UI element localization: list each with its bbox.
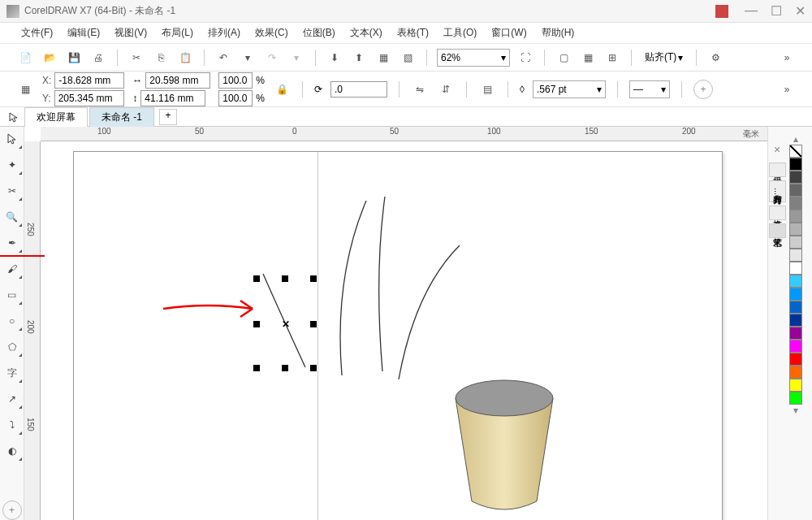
no-color-swatch[interactable] <box>789 145 802 158</box>
freehand-tool[interactable]: ✒ <box>3 234 21 252</box>
dimension-tool[interactable]: ↗ <box>3 390 21 408</box>
minimize-button[interactable]: — <box>745 3 758 19</box>
color-swatch[interactable] <box>789 366 802 379</box>
color-swatch[interactable] <box>789 171 802 184</box>
line-style-select[interactable]: — ▾ <box>629 80 670 98</box>
show-guides-button[interactable]: ⊞ <box>603 49 621 67</box>
color-swatch[interactable] <box>789 353 802 366</box>
export-button[interactable]: ⬆ <box>350 49 368 67</box>
horizontal-ruler[interactable]: 100 50 0 50 100 150 200 毫米 <box>41 127 767 141</box>
rectangle-tool[interactable]: ▭ <box>3 286 21 304</box>
tab-doc1[interactable]: 未命名 -1 <box>89 107 154 127</box>
menu-bitmaps[interactable]: 位图(B) <box>298 24 340 41</box>
menu-edit[interactable]: 编辑(E) <box>63 24 105 41</box>
color-swatch[interactable] <box>789 288 802 301</box>
add-preset-button[interactable]: + <box>693 80 713 99</box>
tab-welcome[interactable]: 欢迎屏幕 <box>24 107 88 127</box>
lock-ratio-button[interactable]: 🔒 <box>273 80 291 98</box>
selection-handle[interactable] <box>282 275 288 282</box>
show-grid-button[interactable]: ▦ <box>579 49 597 67</box>
palette-down-icon[interactable]: ▾ <box>793 405 798 416</box>
fullscreen-button[interactable]: ⛶ <box>516 49 534 67</box>
menu-text[interactable]: 文本(X) <box>345 24 387 41</box>
paste-button[interactable]: 📋 <box>176 49 194 67</box>
color-swatch[interactable] <box>789 379 802 392</box>
publish-button[interactable]: ▦ <box>374 49 392 67</box>
crop-tool[interactable]: ✂ <box>3 182 21 200</box>
scale-y-input[interactable] <box>218 90 253 106</box>
color-swatch[interactable] <box>789 197 802 210</box>
height-input[interactable] <box>140 90 205 106</box>
selection-handle[interactable] <box>310 275 317 282</box>
interactive-tool[interactable]: ◐ <box>3 442 21 460</box>
menu-effects[interactable]: 效果(C) <box>250 24 293 41</box>
selection-handle[interactable] <box>282 365 288 371</box>
redo-drop-icon[interactable]: ▾ <box>287 49 305 67</box>
selection-handle[interactable] <box>310 321 317 327</box>
menu-tools[interactable]: 工具(O) <box>438 24 482 41</box>
drawing-page[interactable]: ✕ <box>73 151 723 520</box>
outline-width-select[interactable]: .567 pt ▾ <box>533 80 606 98</box>
curve-object[interactable] <box>391 241 472 388</box>
docker-transform[interactable]: 变换 <box>769 206 786 220</box>
menu-layout[interactable]: 布局(L) <box>157 24 198 41</box>
color-swatch[interactable] <box>789 301 802 314</box>
scale-x-input[interactable] <box>218 72 253 89</box>
object-origin-icon[interactable]: ▦ <box>16 80 34 98</box>
undo-button[interactable]: ↶ <box>214 49 232 67</box>
menu-table[interactable]: 表格(T) <box>392 24 434 41</box>
selection-center-icon[interactable]: ✕ <box>282 318 290 327</box>
mirror-h-button[interactable]: ⇋ <box>411 80 429 98</box>
toolbar-overflow-icon[interactable]: » <box>778 49 796 67</box>
maximize-button[interactable]: ☐ <box>771 3 782 19</box>
ellipse-tool[interactable]: ○ <box>3 312 21 330</box>
selection-handle[interactable] <box>253 321 260 327</box>
menu-view[interactable]: 视图(V) <box>110 24 152 41</box>
menu-window[interactable]: 窗口(W) <box>486 24 531 41</box>
y-position-input[interactable] <box>54 90 124 106</box>
color-swatch[interactable] <box>789 340 802 353</box>
color-swatch[interactable] <box>789 249 802 262</box>
save-button[interactable]: 💾 <box>65 49 83 67</box>
color-swatch[interactable] <box>789 158 802 171</box>
vertical-ruler[interactable]: 250 200 150 <box>24 141 41 520</box>
menu-file[interactable]: 文件(F) <box>16 24 58 41</box>
artistic-media-tool[interactable]: 🖌 <box>3 260 21 278</box>
color-swatch[interactable] <box>789 210 802 223</box>
close-button[interactable]: ✕ <box>795 3 806 19</box>
open-button[interactable]: 📂 <box>41 49 58 67</box>
color-swatch[interactable] <box>789 275 802 288</box>
show-rulers-button[interactable]: ▢ <box>555 49 572 67</box>
color-swatch[interactable] <box>789 327 802 340</box>
menu-arrange[interactable]: 排列(A) <box>203 24 245 41</box>
palette-up-icon[interactable]: ▴ <box>793 133 798 145</box>
color-swatch[interactable] <box>789 236 802 249</box>
selection-handle[interactable] <box>310 365 317 371</box>
tab-new-button[interactable]: + <box>159 109 177 125</box>
width-input[interactable] <box>145 72 210 89</box>
docker-artistic[interactable]: 艺术笔 <box>769 223 786 238</box>
selection-handle[interactable] <box>253 275 260 282</box>
docker-close-button[interactable]: × <box>774 143 780 156</box>
redo-button[interactable]: ↷ <box>263 49 281 67</box>
docker-align[interactable]: 对齐与分布... <box>769 180 786 202</box>
selection-handle[interactable] <box>253 365 260 371</box>
x-position-input[interactable] <box>54 72 124 89</box>
text-tool[interactable]: 字 <box>3 364 21 382</box>
menu-help[interactable]: 帮助(H) <box>537 24 580 41</box>
wrap-button[interactable]: ▤ <box>478 80 496 98</box>
color-swatch[interactable] <box>789 392 802 405</box>
zoom-select[interactable]: 62% ▾ <box>437 49 510 67</box>
connector-tool[interactable]: ⤵ <box>3 416 21 434</box>
print-button[interactable]: 🖨 <box>89 49 107 67</box>
mirror-v-button[interactable]: ⇵ <box>437 80 455 98</box>
color-swatch[interactable] <box>789 223 802 236</box>
cut-button[interactable]: ✂ <box>127 49 145 67</box>
property-overflow-icon[interactable]: » <box>778 80 796 98</box>
snap-dropdown[interactable]: 贴齐(T) ▾ <box>641 50 686 64</box>
rotation-input[interactable] <box>330 81 387 98</box>
cup-object[interactable] <box>447 375 561 514</box>
pick-tool[interactable] <box>3 130 21 148</box>
toolbox-customize-button[interactable]: + <box>2 500 22 520</box>
user-icon[interactable] <box>715 5 728 18</box>
